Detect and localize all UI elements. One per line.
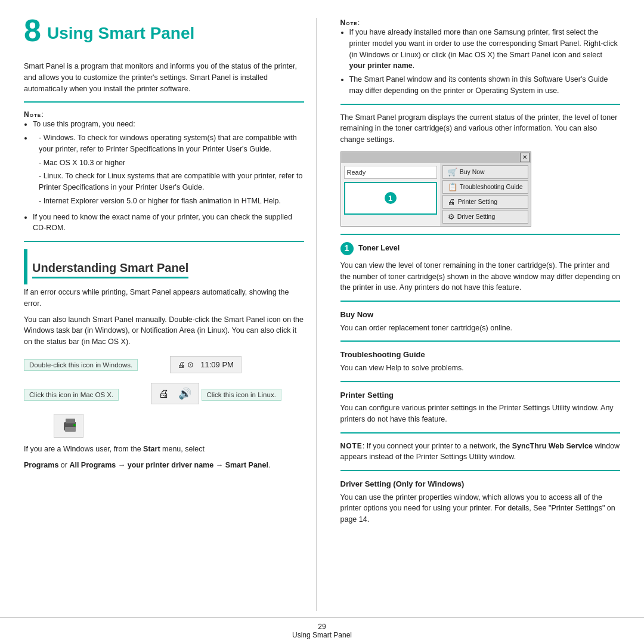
mac-callout-box: Click this icon in Mac OS X.: [24, 389, 119, 401]
note-network-label: NOTE: [340, 442, 363, 450]
troubleshooting-title: Troubleshooting Guide: [340, 349, 621, 361]
toner-number-badge: 1: [385, 192, 397, 204]
section2-para1: If an error occurs while printing, Smart…: [24, 287, 304, 309]
troubleshooting-label: Troubleshooting Guide: [460, 183, 523, 190]
printer-setting-desc: You can configure various printer settin…: [340, 402, 621, 425]
buy-now-desc: You can order replacement toner cartridg…: [340, 323, 621, 334]
windows-time: 11:09 PM: [196, 360, 234, 369]
printer-setting-title: Printer Setting: [340, 389, 621, 401]
sub-item-mac: Mac OS X 10.3 or higher: [39, 157, 304, 169]
programs-text: Programs or All Programs → your printer …: [24, 460, 304, 471]
right-divider-7: [340, 470, 621, 471]
svg-rect-1: [66, 419, 75, 423]
printer-icon: 🖨: [178, 360, 185, 369]
buy-now-button[interactable]: 🛒 Buy Now: [442, 165, 528, 179]
section2-para2: You can also launch Smart Panel manually…: [24, 314, 304, 348]
toner-desc: You can view the level of toner remainin…: [340, 260, 621, 293]
widget-left-panel: Ready 1: [341, 163, 440, 226]
windows-callout-box: Double-click this icon in Windows.: [24, 359, 138, 371]
right-divider-1: [340, 104, 621, 105]
printer-setting-label: Printer Setting: [458, 198, 498, 205]
driver-setting-desc: You can use the printer properties windo…: [340, 492, 621, 525]
smart-panel-bold: Smart Panel: [225, 461, 268, 469]
svg-point-3: [73, 424, 76, 426]
mac-sound-icon: 🔊: [172, 388, 191, 400]
driver-setting-icon: ⚙: [448, 212, 455, 221]
note-colon: :: [41, 110, 44, 119]
chapter-header: 8 Using Smart Panel: [24, 18, 304, 52]
sub-list: Windows. To check for windows operating …: [39, 132, 304, 207]
troubleshooting-icon: 📋: [448, 182, 457, 191]
footer-label: Using Smart Panel: [292, 631, 352, 639]
buy-now-title: Buy Now: [340, 309, 621, 321]
intro-text: Smart Panel is a program that monitors a…: [24, 61, 304, 94]
note-network: NOTE: If you connect your printer to a n…: [340, 441, 621, 463]
widget-toner-area: 1: [344, 182, 437, 215]
note-extra: If you need to know the exact name of yo…: [33, 212, 304, 234]
note-section-1: Note: To use this program, you need: Win…: [24, 110, 304, 234]
footer: 29 Using Smart Panel: [0, 617, 644, 644]
sub-item-linux: Linux. To check for Linux systems that a…: [39, 171, 304, 193]
buy-now-icon: 🛒: [448, 168, 457, 177]
linux-icon-demo: [54, 414, 83, 438]
widget-close-button[interactable]: ✕: [520, 153, 530, 162]
linux-printer-svg: [61, 417, 76, 434]
printer-setting-icon: 🖨: [448, 197, 456, 206]
troubleshooting-guide-button[interactable]: 📋 Troubleshooting Guide: [442, 180, 528, 194]
your-printer-name: your printer name: [349, 61, 413, 70]
widget-status: Ready: [344, 166, 437, 179]
content-area: 8 Using Smart Panel Smart Panel is a pro…: [0, 0, 644, 611]
right-intro: The Smart Panel program displays the cur…: [340, 112, 621, 145]
toner-section-header: 1 Toner Level: [340, 242, 621, 255]
page: 8 Using Smart Panel Smart Panel is a pro…: [0, 0, 644, 644]
right-divider-4: [340, 340, 621, 342]
note-intro: To use this program, you need:: [33, 119, 304, 130]
driver-setting-label: Driver Setting: [457, 213, 496, 220]
list-item: Windows. To check for windows operating …: [33, 132, 304, 207]
smart-panel-widget: ✕ Ready 1 🛒 Buy Now: [340, 151, 531, 227]
left-column: 8 Using Smart Panel Smart Panel is a pro…: [24, 18, 317, 611]
right-divider-5: [340, 381, 621, 382]
widget-right-panel: 🛒 Buy Now 📋 Troubleshooting Guide 🖨 Prin…: [440, 163, 531, 226]
right-note-item-2: The Smart Panel window and its contents …: [349, 74, 621, 97]
driver-setting-title: Driver Setting (Only for Windows): [340, 478, 621, 490]
widget-body: Ready 1 🛒 Buy Now 📋 Troubles: [341, 163, 531, 226]
sub-item-windows: Windows. To check for windows operating …: [39, 132, 304, 155]
widget-titlebar: ✕: [341, 152, 531, 163]
section-title-bar: Understanding Smart Panel: [24, 249, 304, 284]
note-list: To use this program, you need: Windows. …: [33, 119, 304, 234]
chapter-number: 8: [24, 18, 41, 46]
mac-icon-demo: 🖨 🔊: [151, 383, 199, 404]
troubleshooting-desc: You can view Help to solve problems.: [340, 363, 621, 374]
syncthru-bold: SyncThru Web Service: [512, 442, 593, 450]
divider-1: [24, 101, 304, 103]
section2-title: Understanding Smart Panel: [32, 261, 188, 278]
chapter-title: Using Smart Panel: [24, 18, 304, 43]
printer-setting-button[interactable]: 🖨 Printer Setting: [442, 195, 528, 209]
right-divider-2: [340, 234, 621, 235]
start-menu-text: If you are a Windows user, from the Star…: [24, 444, 304, 455]
right-note-label: Note: [340, 18, 358, 27]
buy-now-label: Buy Now: [460, 168, 485, 175]
right-note-section: Note: If you have already installed more…: [340, 18, 621, 97]
section2-title-container: Understanding Smart Panel: [24, 249, 304, 284]
page-number: 29: [318, 623, 326, 631]
right-column: Note: If you have already installed more…: [335, 18, 621, 611]
note-label-1: Note: [24, 110, 41, 119]
windows-icon-demo: 🖨 ⊙ 11:09 PM: [170, 356, 242, 373]
driver-setting-button[interactable]: ⚙ Driver Setting: [442, 210, 528, 224]
circle-icon: ⊙: [187, 360, 194, 369]
svg-rect-2: [65, 427, 76, 432]
right-note-item-1: If you have already installed more than …: [349, 27, 621, 72]
mac-printer-icon: 🖨: [159, 388, 169, 400]
toner-section-title: Toner Level: [358, 244, 400, 252]
sub-item-ie: Internet Explorer version 5.0 or higher …: [39, 196, 304, 207]
right-divider-6: [340, 432, 621, 434]
linux-callout-box: Click this icon in Linux.: [202, 389, 281, 401]
toner-circle-badge: 1: [340, 242, 354, 255]
right-divider-3: [340, 301, 621, 302]
divider-2: [24, 241, 304, 242]
right-note-list: If you have already installed more than …: [349, 27, 621, 97]
